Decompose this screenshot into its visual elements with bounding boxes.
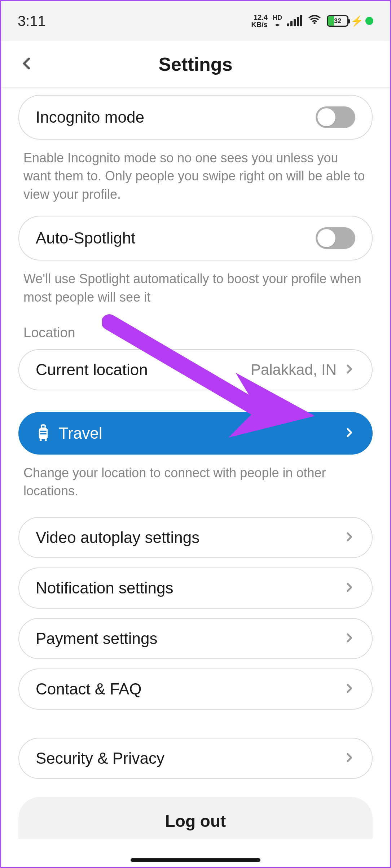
auto-spotlight-description: We'll use Spotlight automatically to boo…: [18, 260, 373, 319]
location-section-label: Location: [18, 319, 373, 349]
incognito-mode-row[interactable]: Incognito mode: [18, 95, 373, 140]
camera-active-dot: [365, 17, 373, 25]
battery-indicator: 32 ⚡: [327, 15, 373, 27]
hd-indicator: HD: [273, 14, 282, 21]
travel-label: Travel: [59, 424, 102, 442]
travel-row[interactable]: Travel: [18, 412, 373, 455]
contact-faq-row[interactable]: Contact & FAQ: [18, 668, 373, 710]
payment-settings-label: Payment settings: [36, 630, 158, 648]
incognito-label: Incognito mode: [36, 108, 144, 126]
chevron-right-icon: [343, 426, 355, 440]
status-bar: 3:11 12.4 KB/s HD ◂▸ 32 ⚡: [1, 1, 390, 41]
svg-point-5: [45, 439, 47, 441]
incognito-toggle[interactable]: [316, 106, 355, 128]
notification-settings-label: Notification settings: [36, 579, 173, 597]
chevron-right-icon: [343, 531, 355, 544]
current-location-label: Current location: [36, 361, 148, 379]
svg-rect-2: [40, 431, 47, 432]
net-speed-unit: KB/s: [251, 21, 268, 28]
page-header: Settings: [1, 41, 390, 88]
charging-icon: ⚡: [351, 15, 363, 27]
travel-description: Change your location to connect with peo…: [18, 455, 373, 513]
status-right: 12.4 KB/s HD ◂▸ 32 ⚡: [251, 13, 373, 29]
svg-rect-3: [40, 433, 47, 435]
auto-spotlight-label: Auto-Spotlight: [36, 229, 135, 247]
status-time: 3:11: [18, 13, 46, 29]
incognito-description: Enable Incognito mode so no one sees you…: [18, 140, 373, 216]
battery-percent: 32: [328, 17, 347, 25]
logout-label: Log out: [18, 811, 373, 831]
back-button[interactable]: [20, 53, 34, 75]
logout-button[interactable]: Log out: [18, 797, 373, 839]
video-autoplay-label: Video autoplay settings: [36, 529, 199, 547]
auto-spotlight-row[interactable]: Auto-Spotlight: [18, 216, 373, 260]
cellular-signal-icon: [287, 16, 302, 26]
luggage-icon: [36, 424, 51, 443]
home-indicator[interactable]: [131, 858, 260, 862]
auto-spotlight-toggle[interactable]: [316, 227, 355, 249]
payment-settings-row[interactable]: Payment settings: [18, 618, 373, 659]
network-speed: 12.4 KB/s: [251, 14, 268, 28]
net-speed-value: 12.4: [254, 14, 268, 21]
notification-settings-row[interactable]: Notification settings: [18, 567, 373, 609]
chevron-right-icon: [343, 682, 355, 696]
security-privacy-label: Security & Privacy: [36, 749, 164, 767]
security-privacy-row[interactable]: Security & Privacy: [18, 738, 373, 779]
hd-signal-group: HD ◂▸: [273, 14, 282, 27]
svg-point-4: [40, 439, 42, 441]
svg-rect-1: [41, 425, 45, 428]
contact-faq-label: Contact & FAQ: [36, 680, 141, 698]
chevron-right-icon: [343, 363, 355, 377]
video-autoplay-row[interactable]: Video autoplay settings: [18, 517, 373, 558]
wifi-icon: [307, 13, 322, 29]
page-title: Settings: [158, 53, 232, 75]
chevron-right-icon: [343, 632, 355, 645]
current-location-row[interactable]: Current location Palakkad, IN: [18, 349, 373, 390]
current-location-value: Palakkad, IN: [251, 361, 337, 378]
chevron-right-icon: [343, 581, 355, 595]
chevron-right-icon: [343, 751, 355, 765]
